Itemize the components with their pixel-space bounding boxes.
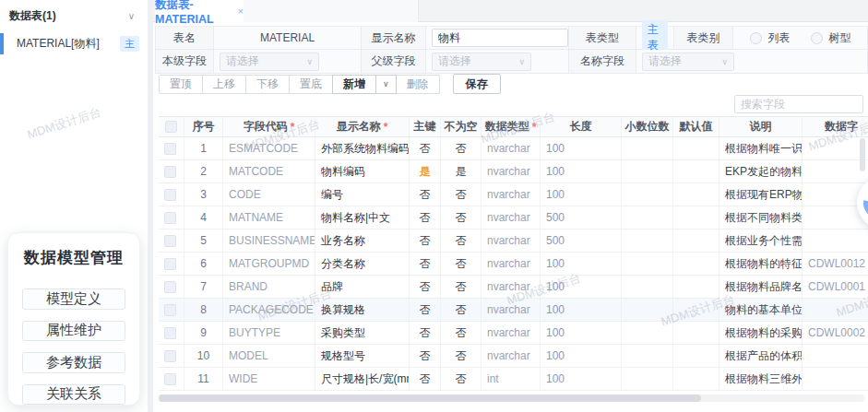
cell-code: MODEL [223, 345, 315, 367]
cell-dict: CDWL0012 [803, 253, 868, 275]
parent-field-select[interactable]: 请选择 ∨ [432, 53, 531, 71]
table-row[interactable]: 9BUYTYPE采购类型否否nvarchar100根据物料的采购方...CDWL… [159, 322, 868, 345]
select-placeholder: 请选择 [648, 53, 682, 69]
row-checkbox[interactable] [164, 212, 176, 224]
move-top-button[interactable]: 置顶 [159, 75, 203, 94]
checkbox-cell [159, 345, 184, 367]
table-row[interactable]: 2MATCODE物料编码是是nvarchar100EKP发起的物料分... [159, 160, 868, 183]
table-row[interactable]: 6MATGROUPMD分类名称否否nvarchar100根据物料的特征对...C… [159, 253, 868, 276]
vertical-scrollbar[interactable] [860, 138, 865, 171]
row-checkbox[interactable] [164, 143, 176, 155]
checkbox-cell [159, 183, 184, 206]
checkbox-cell [159, 160, 184, 182]
model-definition-button[interactable]: 模型定义 [22, 288, 125, 310]
cell-notnull: 否 [441, 206, 482, 229]
cell-dec [622, 299, 673, 321]
row-checkbox[interactable] [164, 189, 176, 201]
cell-def [673, 183, 719, 206]
horizontal-scrollbar[interactable] [159, 394, 864, 402]
table-row[interactable]: 11WIDE尺寸规格|长/宽(mm)否否int100根据物料三维外观... [159, 368, 868, 391]
table-row[interactable]: 8PACKAGECODE换算规格否否nvarchar100物料的基本单位与... [159, 299, 868, 322]
row-checkbox[interactable] [164, 304, 176, 316]
cell-pk: 否 [410, 322, 441, 344]
move-down-button[interactable]: 下移 [245, 75, 290, 94]
cell-dtype: nvarchar [482, 137, 541, 159]
cell-def [673, 345, 719, 367]
table-row[interactable]: 10MODEL规格型号否否nvarchar100根据产品的体积... [159, 345, 868, 368]
cell-display: 业务名称 [315, 230, 410, 252]
name-field-select[interactable]: 请选择 ∨ [642, 53, 734, 71]
cell-pk: 否 [410, 206, 441, 229]
radio-tree-label: 树型 [829, 30, 851, 46]
table-row[interactable]: 5BUSINESSNAME业务名称否否nvarchar500根据业务个性需要..… [159, 230, 868, 253]
cell-desc: 根据产品的体积... [719, 345, 803, 367]
delete-button[interactable]: 删除 [396, 75, 440, 94]
cell-dict [803, 137, 868, 159]
display-name-input[interactable] [432, 29, 568, 47]
cell-notnull: 否 [441, 368, 482, 390]
radio-circle-icon [750, 32, 762, 44]
sidebar-section-header[interactable]: 数据表(1) ∨ [0, 0, 148, 31]
search-input[interactable] [734, 95, 863, 113]
radio-tree[interactable]: 树型 [811, 30, 851, 46]
row-checkbox[interactable] [164, 235, 176, 247]
chevron-down-icon: ∨ [518, 57, 525, 66]
tab-bar: 数据表-MATERIAL × [153, 0, 868, 22]
row-checkbox[interactable] [164, 373, 176, 385]
cell-pk: 是 [410, 160, 441, 182]
row-checkbox[interactable] [164, 258, 176, 270]
add-dropdown-button[interactable]: ∨ [375, 75, 397, 94]
cell-desc: 根据业务个性需要... [719, 230, 803, 252]
cell-seq: 7 [184, 276, 223, 298]
cell-dec [622, 160, 673, 182]
cell-display: 外部系统物料编码 [315, 137, 410, 159]
cell-dec [622, 183, 673, 206]
checkbox-cell [159, 137, 184, 159]
reference-data-button[interactable]: 参考数据 [22, 352, 125, 373]
relation-button[interactable]: 关联关系 [22, 384, 125, 406]
horizontal-scrollbar-thumb[interactable] [159, 394, 701, 402]
row-checkbox[interactable] [164, 281, 176, 293]
cell-notnull: 否 [441, 230, 482, 252]
table-row[interactable]: 7BRAND品牌否否nvarchar100根据物料品牌名称...CDWL0001 [159, 276, 868, 299]
sidebar: 数据表(1) ∨ MATERIAL[物料] 主 数据模型管理 模型定义 属性维护… [0, 0, 148, 412]
app-root: { "icons": { "chevron_down": "∨", "close… [0, 0, 868, 412]
cell-display: 物料编码 [315, 160, 410, 182]
save-button[interactable]: 保存 [453, 74, 501, 94]
cell-def [673, 322, 719, 344]
radio-list[interactable]: 列表 [750, 30, 791, 46]
column-header: 小数位数 [622, 117, 673, 136]
checkbox-cell [159, 322, 184, 344]
tab-material[interactable]: 数据表-MATERIAL × [155, 0, 244, 22]
row-checkbox[interactable] [164, 350, 176, 362]
table-property-form: 表名 MATERIAL 显示名称 表类型 主表 表类别 列表 树 [155, 26, 868, 74]
row-checkbox[interactable] [164, 166, 176, 178]
cell-len: 100 [541, 322, 622, 344]
add-button[interactable]: 新增 [332, 75, 376, 94]
table-category-label: 表类别 [674, 26, 733, 50]
table-row[interactable]: 4MATNAME物料名称|中文否否nvarchar500根据不同物料类别... [159, 206, 868, 230]
move-bottom-button[interactable]: 置底 [289, 75, 333, 94]
cell-dtype: nvarchar [482, 299, 541, 321]
radio-circle-icon [811, 32, 823, 44]
cell-pk: 否 [410, 368, 441, 390]
select-all-checkbox[interactable] [165, 121, 177, 133]
cell-len: 100 [541, 137, 622, 159]
level-field-select[interactable]: 请选择 ∨ [220, 53, 319, 71]
column-header: 不为空 [441, 117, 482, 136]
cell-dec [622, 253, 673, 275]
move-up-button[interactable]: 上移 [202, 75, 246, 94]
row-checkbox[interactable] [164, 327, 176, 339]
attribute-maintenance-button[interactable]: 属性维护 [22, 321, 125, 342]
select-placeholder: 请选择 [438, 53, 471, 69]
table-row[interactable]: 1ESMATCODE外部系统物料编码否否nvarchar100根据物料唯一识别.… [159, 137, 868, 160]
cell-code: CODE [223, 183, 315, 206]
column-header: 显示名称* [315, 117, 410, 136]
cell-dec [622, 206, 673, 229]
required-asterisk: * [291, 121, 295, 134]
cell-dtype: nvarchar [482, 230, 541, 252]
table-row[interactable]: 3CODE编号否否nvarchar100根据现有ERP物料... [159, 183, 868, 206]
cell-seq: 4 [184, 206, 223, 229]
cell-pk: 否 [410, 253, 441, 275]
sidebar-item-material[interactable]: MATERIAL[物料] 主 [0, 31, 148, 56]
